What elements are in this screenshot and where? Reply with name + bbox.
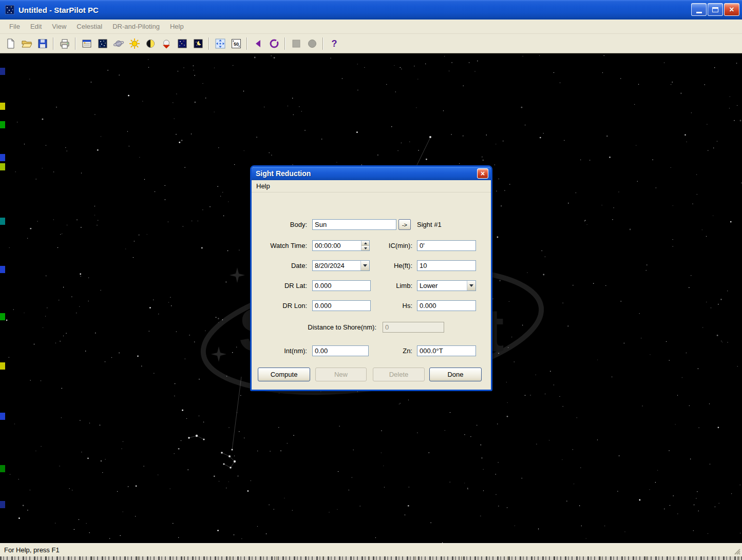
toolbar-button-help[interactable]: ? bbox=[327, 36, 341, 51]
spin-down-button[interactable] bbox=[362, 246, 369, 250]
dialog-titlebar: Sight Reduction × bbox=[252, 167, 491, 180]
date-label: Date: bbox=[252, 260, 307, 271]
back-arrow-icon bbox=[253, 38, 264, 49]
moon-icon bbox=[145, 38, 156, 49]
titlebar: Untitled - StarPilot PC × bbox=[0, 0, 742, 20]
status-text: For Help, press F1 bbox=[0, 546, 60, 554]
limb-value[interactable]: Lower bbox=[417, 281, 467, 291]
toolbar-button-square bbox=[289, 36, 303, 51]
maximize-icon bbox=[712, 7, 718, 12]
int-label: Int(nm): bbox=[252, 345, 307, 356]
star-chart-icon bbox=[97, 38, 108, 49]
spin-up-icon bbox=[364, 242, 367, 244]
menu-file[interactable]: File bbox=[4, 20, 25, 34]
menu-edit[interactable]: Edit bbox=[25, 20, 47, 34]
toolbar-button-new[interactable] bbox=[3, 36, 18, 51]
dr-lon-input[interactable] bbox=[312, 300, 371, 311]
save-icon bbox=[37, 38, 48, 49]
toolbar-button-circle bbox=[305, 36, 319, 51]
distance-to-shore-input bbox=[383, 322, 444, 333]
taskbar-strip bbox=[0, 556, 742, 560]
menu-dr-and-piloting[interactable]: DR-and-Piloting bbox=[107, 20, 165, 34]
ic-input[interactable] bbox=[417, 240, 476, 251]
minimize-icon bbox=[696, 12, 702, 13]
dialog-menubar: Help bbox=[252, 180, 491, 192]
limb-dropdown-button[interactable] bbox=[467, 281, 475, 291]
new-button: New bbox=[315, 368, 367, 381]
toolbar-button-night-sky-1[interactable] bbox=[175, 36, 189, 51]
date-dropdown-button[interactable] bbox=[360, 261, 369, 271]
toolbar-button-star-chart[interactable] bbox=[95, 36, 110, 51]
he-input[interactable] bbox=[417, 260, 476, 271]
starfield-app-icon bbox=[5, 5, 14, 14]
sight-reduction-dialog: Sight Reduction × Help Body: -> Sight #1… bbox=[250, 165, 492, 391]
toolbar-button-night-sky-2[interactable] bbox=[191, 36, 205, 51]
zoom-50-icon: 50 bbox=[231, 38, 242, 49]
int-input[interactable] bbox=[312, 345, 369, 356]
toolbar-separator bbox=[208, 37, 210, 50]
dr-lon-label: DR Lon: bbox=[252, 300, 307, 311]
sun-icon bbox=[129, 38, 140, 49]
toolbar: 50 bbox=[0, 34, 742, 53]
toolbar-button-save[interactable] bbox=[35, 36, 50, 51]
resize-grip[interactable] bbox=[733, 548, 741, 555]
toolbar-button-zoom-50[interactable]: 50 bbox=[229, 36, 243, 51]
body-picker-button[interactable]: -> bbox=[398, 219, 411, 230]
toolbar-button-sun[interactable] bbox=[127, 36, 142, 51]
minimize-button[interactable] bbox=[691, 3, 707, 16]
toolbar-button-moon[interactable] bbox=[143, 36, 158, 51]
dialog-close-icon: × bbox=[481, 169, 485, 178]
body-label: Body: bbox=[252, 219, 307, 230]
compass-icon bbox=[269, 38, 280, 49]
date-value[interactable]: 8/20/2024 bbox=[313, 261, 360, 271]
toolbar-separator bbox=[284, 37, 286, 50]
open-folder-icon bbox=[21, 38, 32, 49]
toolbar-button-saturn[interactable] bbox=[111, 36, 126, 51]
toolbar-separator bbox=[322, 37, 324, 50]
gray-circle-icon bbox=[307, 38, 318, 49]
sight-number-label: Sight #1 bbox=[417, 219, 442, 230]
distance-to-shore-label: Distance to Shore(nm): bbox=[252, 322, 376, 333]
toolbar-button-back[interactable] bbox=[251, 36, 265, 51]
watch-time-value[interactable]: 00:00:00 bbox=[313, 241, 361, 250]
statusbar: For Help, press F1 bbox=[0, 543, 742, 556]
watch-time-spinner bbox=[361, 241, 369, 250]
svg-text:?: ? bbox=[331, 38, 337, 49]
toolbar-button-open[interactable] bbox=[19, 36, 34, 51]
print-icon bbox=[59, 38, 70, 49]
new-document-icon bbox=[5, 38, 16, 49]
left-edge-artifacts bbox=[0, 53, 6, 543]
pan-arrows-icon bbox=[215, 38, 226, 49]
close-button[interactable]: × bbox=[724, 3, 739, 16]
toolbar-button-compass[interactable] bbox=[267, 36, 281, 51]
toolbar-button-print[interactable] bbox=[57, 36, 72, 51]
limb-combo[interactable]: Lower bbox=[417, 280, 476, 291]
menu-help[interactable]: Help bbox=[165, 20, 189, 34]
maximize-button[interactable] bbox=[708, 3, 723, 16]
toolbar-separator bbox=[246, 37, 248, 50]
toolbar-button-rise-set[interactable] bbox=[159, 36, 174, 51]
compute-button[interactable]: Compute bbox=[258, 368, 310, 381]
toolbar-button-sight-list[interactable] bbox=[79, 36, 94, 51]
dr-lat-label: DR Lat: bbox=[252, 280, 307, 291]
chevron-down-icon bbox=[363, 264, 367, 267]
hs-input[interactable] bbox=[417, 300, 476, 311]
watch-time-field[interactable]: 00:00:00 bbox=[312, 240, 370, 251]
spin-up-button[interactable] bbox=[362, 241, 369, 246]
rise-set-icon bbox=[161, 38, 172, 49]
night-sky-1-icon bbox=[177, 38, 188, 49]
zn-input[interactable] bbox=[417, 345, 476, 356]
dr-lat-input[interactable] bbox=[312, 280, 371, 291]
close-icon: × bbox=[729, 6, 734, 14]
window-title: Untitled - StarPilot PC bbox=[18, 6, 99, 14]
body-input[interactable] bbox=[312, 219, 396, 230]
menu-celestial[interactable]: Celestial bbox=[71, 20, 107, 34]
dialog-close-button[interactable]: × bbox=[477, 168, 488, 179]
dialog-menu-help[interactable]: Help bbox=[252, 180, 275, 192]
toolbar-button-pan[interactable] bbox=[213, 36, 227, 51]
done-button[interactable]: Done bbox=[429, 368, 482, 381]
toolbar-separator bbox=[75, 37, 76, 50]
app-icon[interactable] bbox=[4, 4, 15, 15]
date-combo[interactable]: 8/20/2024 bbox=[312, 260, 370, 271]
menu-view[interactable]: View bbox=[47, 20, 71, 34]
